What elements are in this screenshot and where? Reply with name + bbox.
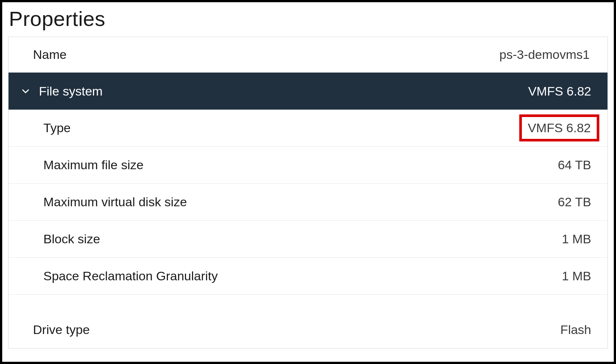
panel-title: Properties	[8, 5, 608, 37]
row-type-label: Type	[43, 121, 71, 135]
row-space-reclamation-value: 1 MB	[562, 269, 591, 283]
row-file-system-label: File system	[39, 84, 103, 98]
properties-table: Name ps-3-demovms1 File system VMFS 6.82…	[8, 37, 608, 348]
row-type-value: VMFS 6.82	[528, 121, 591, 135]
row-drive-type: Drive type Flash	[9, 311, 607, 348]
row-spacer	[9, 295, 607, 311]
row-max-vdisk-size-label: Maximum virtual disk size	[43, 195, 187, 209]
row-name-value: ps-3-demovms1	[499, 47, 591, 62]
properties-panel: Properties Name ps-3-demovms1 File syste…	[0, 0, 616, 364]
row-drive-type-label: Drive type	[33, 323, 90, 337]
row-drive-type-value: Flash	[560, 323, 591, 337]
row-block-size: Block size 1 MB	[9, 221, 607, 258]
row-max-file-size-value: 64 TB	[558, 158, 591, 172]
row-type: Type VMFS 6.82	[9, 110, 607, 147]
row-file-system-value: VMFS 6.82	[528, 84, 591, 98]
row-block-size-label: Block size	[43, 232, 100, 246]
row-file-system-header[interactable]: File system VMFS 6.82	[9, 73, 607, 110]
highlight-annotation: VMFS 6.82	[519, 114, 599, 141]
row-space-reclamation-label: Space Reclamation Granularity	[43, 269, 218, 283]
row-block-size-value: 1 MB	[562, 232, 591, 246]
row-max-vdisk-size: Maximum virtual disk size 62 TB	[9, 184, 607, 221]
row-max-file-size-label: Maximum file size	[43, 158, 143, 172]
row-name: Name ps-3-demovms1	[9, 37, 607, 73]
row-max-vdisk-size-value: 62 TB	[558, 195, 591, 209]
chevron-down-icon	[20, 86, 31, 96]
row-space-reclamation: Space Reclamation Granularity 1 MB	[9, 258, 607, 295]
row-max-file-size: Maximum file size 64 TB	[9, 147, 607, 184]
row-name-label: Name	[33, 47, 67, 62]
